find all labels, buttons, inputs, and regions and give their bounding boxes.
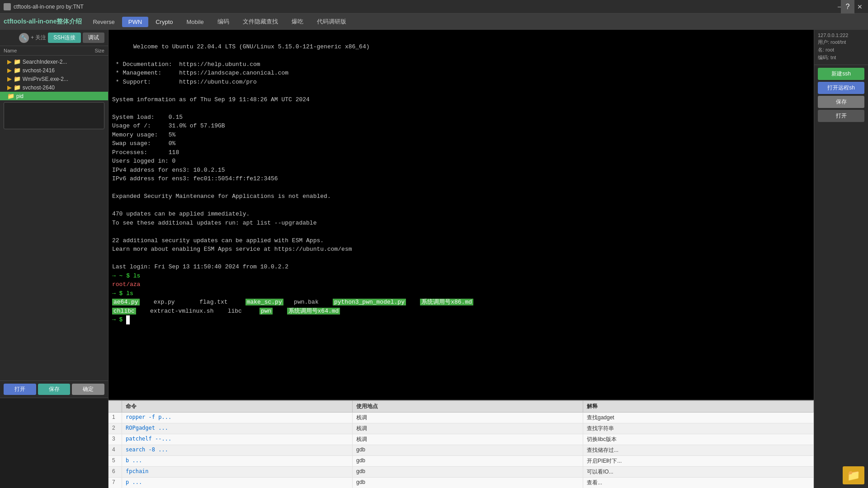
- file-flagtxt: flag.txt: [199, 299, 227, 305]
- nav-blast[interactable]: 爆吃: [285, 16, 310, 28]
- table-row: 6 fpchain gdb 可以看IO...: [108, 467, 814, 478]
- help-button[interactable]: ?: [841, 0, 854, 14]
- app-title: ctftools-all-in-one整体介绍: [4, 18, 82, 26]
- row-num: 7: [108, 478, 122, 488]
- nav-file[interactable]: 文件隐藏查找: [236, 16, 284, 28]
- bottom-panel: 命令 使用地点 解释 1 ropper -f p... 栈调 查找gadget …: [108, 400, 814, 488]
- open-remote-sh-button[interactable]: 打开远程sh: [818, 82, 864, 94]
- tree-item-pid[interactable]: 📁 pid: [0, 92, 108, 100]
- tree-col-size: Size: [95, 48, 104, 53]
- row-place: 栈调: [353, 413, 583, 423]
- command-table: 命令 使用地点 解释 1 ropper -f p... 栈调 查找gadget …: [108, 401, 814, 488]
- folder-icon: ▶ 📁: [7, 58, 21, 65]
- tree-item-label: pid: [16, 93, 24, 99]
- sidebar-action-buttons: 打开 保存 确定: [0, 380, 108, 398]
- tab-debug[interactable]: 调试: [83, 33, 104, 43]
- nav-reverse[interactable]: Reverse: [86, 17, 121, 27]
- row-place: gdb: [353, 456, 583, 466]
- row-desc: 查看...: [583, 478, 814, 488]
- row-cmd: search -8 ...: [122, 445, 353, 455]
- folder-icon: ▶ 📁: [7, 75, 21, 82]
- table-header: 命令 使用地点 解释: [108, 401, 814, 413]
- terminal-prompt3: → $: [112, 316, 123, 323]
- window-title: ctftools-all-in-one pro by:TNT: [14, 4, 84, 10]
- row-place: gdb: [353, 445, 583, 455]
- welcome-message: Welcome to Ubuntu 22.04.4 LTS (GNU/Linux…: [112, 43, 370, 271]
- tree-item-label: SearchIndexer-2...: [23, 59, 67, 65]
- file-python3: python3_pwn_model.py: [333, 299, 406, 305]
- table-row: 7 p ... gdb 查看...: [108, 478, 814, 488]
- table-row: 1 ropper -f p... 栈调 查找gadget: [108, 413, 814, 423]
- new-ssh-button[interactable]: 新建ssh: [818, 68, 864, 80]
- nav-mobile[interactable]: Mobile: [180, 17, 210, 27]
- center-panel: Welcome to Ubuntu 22.04.4 LTS (GNU/Linux…: [108, 30, 814, 488]
- row-desc: 查找gadget: [583, 413, 814, 423]
- row-place: 栈调: [353, 434, 583, 445]
- follow-label[interactable]: + 关注: [31, 34, 46, 42]
- nav-crypto[interactable]: Crypto: [149, 17, 179, 27]
- row-desc: 查找储存过...: [583, 445, 814, 455]
- file-pwn: pwn: [259, 308, 273, 314]
- tab-ssh[interactable]: SSH连接: [48, 33, 81, 43]
- title-bar-left: ctftools-all-in-one pro by:TNT: [4, 3, 84, 10]
- right-open-button[interactable]: 打开: [818, 110, 864, 122]
- left-sidebar: 🔧 + 关注 SSH连接 调试 Name Size ▶ 📁 SearchInde…: [0, 30, 108, 488]
- file-exppy: exp.py: [154, 299, 175, 305]
- confirm-button[interactable]: 确定: [72, 384, 104, 395]
- encode-info: 编码: tnt: [818, 54, 864, 61]
- terminal-cmd1: ls: [130, 272, 140, 279]
- user-info: 用户: root/tnt: [818, 39, 864, 46]
- row-cmd: patchelf --...: [122, 434, 353, 445]
- file-chlibc: chlibc: [112, 308, 136, 314]
- row-num: 6: [108, 467, 122, 477]
- table-row: 3 patchelf --... 栈调 切换libc版本: [108, 434, 814, 445]
- folder-icon-button[interactable]: 📁: [843, 466, 864, 484]
- nav-encode[interactable]: 编码: [211, 16, 236, 28]
- current-dir: root/aza: [112, 281, 140, 288]
- tree-item-label: svchost-2640: [23, 84, 55, 91]
- row-desc: 可以看IO...: [583, 467, 814, 477]
- row-cmd: ropper -f p...: [122, 413, 353, 423]
- nav-pwn[interactable]: PWN: [122, 17, 148, 27]
- row-num: 5: [108, 456, 122, 466]
- table-row: 4 search -8 ... gdb 查找储存过...: [108, 445, 814, 456]
- row-cmd: ROPgadget ...: [122, 423, 353, 434]
- user-area: 🔧 + 关注: [19, 33, 46, 43]
- row-desc: 开启PIE时下...: [583, 456, 814, 466]
- scrollbar-area: [4, 102, 104, 129]
- table-row: 2 ROPgadget ... 栈调 查找字符串: [108, 423, 814, 434]
- right-save-button[interactable]: 保存: [818, 96, 864, 108]
- row-cmd: p ...: [122, 478, 353, 488]
- nav-code[interactable]: 代码调研版: [311, 16, 353, 28]
- folder-icon: ▶ 📁: [7, 67, 21, 74]
- col-place: 使用地点: [353, 401, 583, 412]
- col-num: [108, 401, 122, 412]
- tree-item-svchost2416[interactable]: ▶ 📁 svchost-2416: [0, 66, 108, 75]
- row-cmd: b ...: [122, 456, 353, 466]
- terminal-cmd2: ls: [123, 290, 133, 297]
- close-button[interactable]: ✕: [855, 2, 864, 11]
- terminal[interactable]: Welcome to Ubuntu 22.04.4 LTS (GNU/Linux…: [108, 30, 814, 400]
- terminal-prompt1: → ~ $: [112, 272, 130, 279]
- row-num: 2: [108, 423, 122, 434]
- tree-col-name: Name: [4, 48, 95, 53]
- file-extractsh: extract-vmlinux.sh: [150, 308, 213, 314]
- file-ae64: ae64.py: [112, 299, 140, 305]
- tree-item-wmiprvse[interactable]: ▶ 📁 WmiPrvSE.exe-2...: [0, 75, 108, 83]
- row-cmd: fpchain: [122, 467, 353, 477]
- tree-item-label: WmiPrvSE.exe-2...: [23, 76, 68, 82]
- file-x64md: 系统调用号x64.md: [287, 308, 340, 314]
- row-num: 4: [108, 445, 122, 455]
- col-desc: 解释: [583, 401, 814, 412]
- right-panel: 127.0.0.1:222 用户: root/tnt 名: root 编码: t…: [814, 30, 868, 488]
- tree-item-searchindexer[interactable]: ▶ 📁 SearchIndexer-2...: [0, 57, 108, 66]
- table-row: 5 b ... gdb 开启PIE时下...: [108, 456, 814, 467]
- save-button[interactable]: 保存: [38, 384, 71, 395]
- tree-item-svchost2640[interactable]: ▶ 📁 svchost-2640: [0, 83, 108, 92]
- file-tree: ▶ 📁 SearchIndexer-2... ▶ 📁 svchost-2416 …: [0, 56, 108, 380]
- row-desc: 切换libc版本: [583, 434, 814, 445]
- preview-area: [0, 398, 108, 488]
- connection-info: 127.0.0.1:222 用户: root/tnt 名: root 编码: t…: [814, 30, 868, 65]
- open-button[interactable]: 打开: [4, 384, 36, 395]
- file-pwnbak: pwn.bak: [294, 299, 319, 305]
